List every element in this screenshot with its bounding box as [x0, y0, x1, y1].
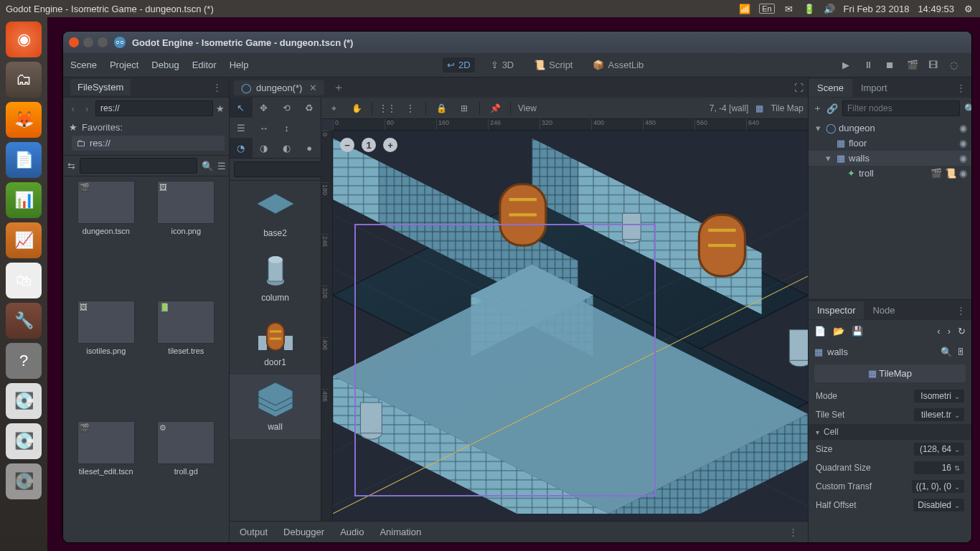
- workspace-2d[interactable]: ↩2D: [443, 57, 475, 72]
- bp-animation[interactable]: Animation: [380, 527, 421, 537]
- zoom-value[interactable]: 1: [362, 138, 376, 152]
- ct-hand-icon[interactable]: ✋: [349, 100, 364, 116]
- file-item[interactable]: 🎬tileset_edit.tscn: [67, 421, 145, 538]
- zoom-out-icon[interactable]: −: [340, 138, 354, 152]
- bp-debugger[interactable]: Debugger: [283, 527, 324, 537]
- scene-panel-menu-icon[interactable]: ⋮: [951, 83, 971, 93]
- workspace-assetlib[interactable]: 📦AssetLib: [588, 57, 648, 72]
- battery-icon[interactable]: 🔋: [804, 3, 815, 14]
- menu-help[interactable]: Help: [230, 60, 249, 70]
- tool-rotate-icon[interactable]: ⟲: [275, 98, 298, 118]
- script-icon[interactable]: 📜: [945, 168, 956, 179]
- workspace-script[interactable]: 📜Script: [529, 57, 577, 72]
- play-scene-icon[interactable]: 🎬: [907, 60, 918, 71]
- gear-icon[interactable]: ⚙: [963, 3, 974, 14]
- launcher-settings[interactable]: 🔧: [6, 303, 42, 339]
- tool-scale-icon[interactable]: ♻: [298, 98, 321, 118]
- insp-open-icon[interactable]: 📂: [833, 326, 844, 336]
- keyboard-lang[interactable]: En: [759, 4, 774, 14]
- palette-item-base2[interactable]: base2: [230, 181, 321, 245]
- stop-icon[interactable]: ⏹: [885, 60, 897, 71]
- volume-icon[interactable]: 🔊: [824, 3, 835, 14]
- fs-search-input[interactable]: [80, 158, 197, 174]
- tree-node-floor[interactable]: ▦floor◉: [809, 136, 971, 151]
- prop-custom-transf[interactable]: Custom Transf((1, 0), (0 ⌄: [809, 477, 971, 496]
- palette-item-door1[interactable]: door1: [230, 310, 321, 375]
- launcher-calc[interactable]: 📊: [6, 182, 42, 218]
- workspace-3d[interactable]: ⇪3D: [486, 57, 519, 72]
- bp-menu-icon[interactable]: ⋮: [788, 527, 798, 537]
- viewport[interactable]: 080160246320400480560640 018024632640648…: [321, 119, 808, 521]
- play-icon[interactable]: ▶: [842, 60, 854, 71]
- tool-circle-icon[interactable]: ◔: [230, 138, 253, 158]
- bp-output[interactable]: Output: [240, 527, 268, 537]
- launcher-impress[interactable]: 📈: [6, 222, 42, 258]
- file-item[interactable]: 🖼icon.png: [148, 181, 225, 298]
- tilemap-mode-label[interactable]: Tile Map: [771, 103, 804, 113]
- menu-project[interactable]: Project: [110, 60, 138, 70]
- launcher-software[interactable]: 🛍: [6, 263, 42, 298]
- tree-node-walls[interactable]: ▾▦walls◉: [809, 151, 971, 166]
- menu-debug[interactable]: Debug: [151, 60, 179, 70]
- scene-tab-open[interactable]: ◯ dungeon(*) ✕: [234, 80, 324, 95]
- file-item[interactable]: 📗tileset.tres: [148, 301, 225, 418]
- tool-move-icon[interactable]: ✥: [253, 98, 275, 118]
- visibility-icon[interactable]: ◉: [959, 123, 967, 133]
- tab-import[interactable]: Import: [852, 79, 896, 97]
- tool-lock-icon[interactable]: ↔: [253, 118, 275, 138]
- tree-node-troll[interactable]: ✦troll🎬📜◉: [809, 166, 971, 181]
- bp-audio[interactable]: Audio: [340, 527, 364, 537]
- add-node-icon[interactable]: ＋: [813, 102, 822, 115]
- filesystem-menu-icon[interactable]: ⋮: [212, 82, 222, 93]
- file-item[interactable]: ⚙troll.gd: [148, 421, 225, 538]
- tool-circle3-icon[interactable]: ◐: [275, 138, 298, 158]
- fs-tree-toggle-icon[interactable]: ⇆: [67, 161, 75, 171]
- close-icon[interactable]: ✕: [309, 83, 317, 93]
- ct-bone-icon[interactable]: 📌: [487, 100, 503, 116]
- pause-icon[interactable]: ⏸: [864, 60, 875, 71]
- window-close-button[interactable]: [69, 37, 79, 47]
- mail-icon[interactable]: ✉: [783, 3, 795, 14]
- tool-snap-icon[interactable]: ↕: [275, 118, 298, 138]
- play-custom-icon[interactable]: 🎞: [928, 60, 940, 71]
- section-cell[interactable]: ▾Cell: [809, 424, 971, 440]
- fs-root-item[interactable]: 🗀res://: [72, 136, 225, 151]
- tool-extra-icon[interactable]: [298, 118, 321, 138]
- prop-mode[interactable]: ModeIsometri ⌄: [809, 387, 971, 405]
- visibility-icon[interactable]: ◉: [959, 168, 967, 179]
- palette-item-column[interactable]: column: [230, 245, 321, 310]
- menu-editor[interactable]: Editor: [192, 60, 217, 70]
- prop-tile-set[interactable]: Tile Settileset.tr ⌄: [809, 405, 971, 424]
- file-item[interactable]: 🎬dungeon.tscn: [67, 181, 145, 298]
- fs-view-mode-icon[interactable]: ☰: [217, 161, 226, 171]
- fs-fwd-icon[interactable]: ›: [82, 103, 93, 114]
- launcher-help[interactable]: ?: [6, 343, 42, 379]
- ct-group-icon[interactable]: ⊞: [456, 100, 472, 116]
- prop-quadrant-size[interactable]: Quadrant Size16 ⇅: [809, 458, 971, 477]
- ct-magnet-icon[interactable]: ⌖: [326, 100, 341, 116]
- prop-half-offset[interactable]: Half OffsetDisabled ⌄: [809, 496, 971, 514]
- tab-scene[interactable]: Scene: [809, 79, 852, 97]
- fs-back-icon[interactable]: ‹: [67, 103, 79, 114]
- app-titlebar[interactable]: Godot Engine - Isometric Game - dungeon.…: [63, 32, 971, 53]
- tool-list-icon[interactable]: ☰: [230, 118, 253, 138]
- fs-favorite-icon[interactable]: ★: [216, 103, 225, 114]
- launcher-drive1[interactable]: 💽: [6, 383, 42, 419]
- view-menu[interactable]: View: [518, 103, 537, 113]
- visibility-icon[interactable]: ◉: [959, 138, 967, 149]
- tab-node[interactable]: Node: [864, 301, 903, 319]
- insp-fwd-icon[interactable]: ›: [948, 326, 951, 336]
- launcher-drive3[interactable]: 💽: [6, 463, 42, 499]
- search-icon[interactable]: 🔍: [941, 347, 952, 357]
- instance-icon[interactable]: 🔗: [826, 103, 838, 114]
- tool-select-icon[interactable]: ↖: [230, 98, 253, 118]
- inspector-type-button[interactable]: ▦ TileMap: [814, 364, 966, 382]
- insp-history-icon[interactable]: ↻: [958, 326, 966, 336]
- launcher-firefox[interactable]: 🦊: [6, 102, 42, 138]
- search-icon[interactable]: 🔍: [202, 161, 213, 171]
- insp-new-icon[interactable]: 📄: [814, 326, 826, 336]
- launcher-writer[interactable]: 📄: [6, 142, 42, 178]
- ct-grid-icon[interactable]: ⋮⋮: [380, 100, 395, 116]
- tool-circle2-icon[interactable]: ◑: [253, 138, 275, 158]
- palette-item-wall[interactable]: wall: [230, 375, 321, 439]
